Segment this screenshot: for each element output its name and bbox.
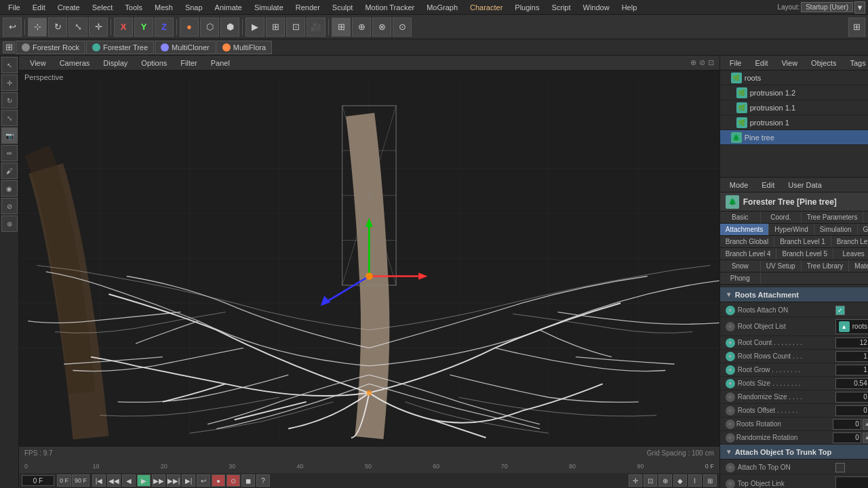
knife-tool[interactable]: ⊘: [1, 198, 18, 214]
attr-mgr-user-data[interactable]: User Data: [784, 180, 826, 190]
x-axis-button[interactable]: X: [114, 18, 133, 37]
randomize-size-input[interactable]: [835, 392, 868, 403]
menu-item-plugins[interactable]: Plugins: [509, 2, 545, 13]
tab-global-controls[interactable]: Global Controls: [858, 224, 868, 235]
viewport-canvas[interactable]: Perspective: [19, 70, 719, 446]
scale-left-tool[interactable]: ⤡: [1, 110, 18, 126]
attach-top-checkbox[interactable]: [835, 463, 845, 472]
scale-tool[interactable]: ⤡: [68, 18, 87, 37]
obj-tab-forester-rock[interactable]: Forester Rock: [16, 41, 85, 54]
menu-item-create[interactable]: Create: [52, 2, 85, 13]
root-count-input[interactable]: [835, 338, 868, 348]
pen-tool[interactable]: ✏: [1, 145, 18, 161]
tab-branch-level-1[interactable]: Branch Level 1: [774, 236, 831, 247]
roots-rotation-icon[interactable]: ○: [726, 420, 735, 429]
tl-prev-frame[interactable]: ◀: [122, 474, 136, 487]
menu-item-select[interactable]: Select: [87, 2, 119, 13]
tab-hyperwind[interactable]: HyperWind: [769, 224, 814, 235]
menu-item-character[interactable]: Character: [465, 2, 508, 13]
root-rows-count-input[interactable]: [835, 351, 868, 362]
roots-rotation-x-spin[interactable]: ▲: [863, 419, 868, 430]
menu-item-mograph[interactable]: MoGraph: [421, 2, 463, 13]
tab-branch-level-5[interactable]: Branch Level 5: [776, 248, 833, 260]
tl-key-mode[interactable]: ◆: [673, 474, 687, 487]
obj-mgr-view[interactable]: View: [777, 58, 802, 68]
camera-tool[interactable]: 📷: [1, 127, 18, 144]
menu-item-render[interactable]: Render: [290, 2, 326, 13]
move-tool[interactable]: ✛: [1, 75, 18, 91]
obj-mgr-objects[interactable]: Objects: [807, 58, 840, 68]
obj-row-protrusion-1[interactable]: 🌿 protrusion 1 ◈ ✓: [720, 115, 868, 130]
obj-tab-multiflora[interactable]: MultiFlora: [216, 41, 272, 54]
tl-play[interactable]: ▶: [137, 474, 151, 487]
top-object-field[interactable]: [835, 476, 868, 489]
render-preview[interactable]: ▶: [245, 18, 264, 37]
roots-attachment-section[interactable]: ▼ Roots Attachment: [720, 287, 868, 302]
roots-rotation-x[interactable]: [833, 419, 861, 430]
obj-tabs-icon[interactable]: ⊞: [3, 41, 15, 54]
obj-row-protrusion-1-2[interactable]: 🌿 protrusion 1.2 ◈ ✓: [720, 85, 868, 100]
display-menu[interactable]: Display: [98, 58, 133, 68]
select-move-tool[interactable]: ⊹: [28, 18, 47, 37]
obj-row-protrusion-1-1[interactable]: 🌿 protrusion 1.1 ◈ ✓: [720, 100, 868, 115]
obj-mgr-tags[interactable]: Tags: [846, 58, 868, 68]
tl-rotate-tool-small[interactable]: ⊡: [644, 474, 657, 487]
attach-trunk-section[interactable]: ▼ Attach Object To Trunk Top: [720, 445, 868, 460]
render-settings[interactable]: 🎥: [307, 18, 326, 37]
root-object-list-icon[interactable]: ○: [726, 322, 735, 331]
randomize-rotation-x-spin[interactable]: ▲: [863, 432, 868, 443]
root-rows-count-icon[interactable]: ●: [726, 352, 735, 361]
panel-menu[interactable]: Panel: [205, 58, 235, 68]
attr-mgr-mode[interactable]: Mode: [726, 180, 753, 190]
roots-attach-on-icon[interactable]: ●: [726, 306, 735, 315]
transform-tool[interactable]: ✛: [89, 18, 108, 37]
tab-uv-setup[interactable]: UV Setup: [761, 260, 802, 272]
tab-branch-level-4[interactable]: Branch Level 4: [720, 248, 777, 260]
randomize-size-icon[interactable]: ○: [726, 392, 735, 402]
view-layout[interactable]: ⊞: [848, 18, 865, 37]
root-count-icon[interactable]: ●: [726, 338, 735, 348]
tab-simulation[interactable]: Simulation: [814, 224, 858, 235]
roots-attach-checkbox[interactable]: ✓: [835, 306, 845, 315]
render-region[interactable]: ⊞: [266, 18, 285, 37]
tl-record-stop[interactable]: ◼: [241, 474, 255, 487]
menu-item-mesh[interactable]: Mesh: [149, 2, 178, 13]
obj-tab-multicloner[interactable]: MultiCloner: [155, 41, 216, 54]
tl-move-tool-small[interactable]: ✛: [629, 474, 642, 487]
filter-menu[interactable]: Filter: [175, 58, 202, 68]
obj-row-pine-tree[interactable]: 🌲 Pine tree ◈ ✓: [720, 130, 868, 145]
tl-curves-btn[interactable]: ⌇: [688, 474, 702, 487]
tl-record-red[interactable]: ●: [212, 474, 225, 487]
tl-next-key[interactable]: ▶▶|: [167, 474, 180, 487]
root-grow-input[interactable]: [835, 365, 868, 375]
root-object-field[interactable]: ▲ roots: [835, 319, 868, 334]
tl-record-help[interactable]: ?: [256, 474, 270, 487]
tl-snap-tool-small[interactable]: ⊕: [658, 474, 672, 487]
z-axis-button[interactable]: Z: [155, 18, 174, 37]
tab-snow[interactable]: Snow: [720, 260, 761, 272]
select-tool[interactable]: ↖: [1, 57, 18, 73]
attach-top-on-icon[interactable]: ○: [726, 463, 735, 472]
tl-record-auto[interactable]: ⊙: [226, 474, 240, 487]
tab-tree-params[interactable]: Tree Parameters: [802, 211, 864, 223]
randomize-rotation-icon[interactable]: ○: [726, 433, 735, 443]
tl-loop[interactable]: ↩: [197, 474, 210, 487]
rotate-left-tool[interactable]: ↻: [1, 92, 18, 108]
tl-prev-key[interactable]: ◀◀: [107, 474, 121, 487]
undo-button[interactable]: ↩: [3, 18, 22, 37]
tl-last-frame[interactable]: ▶|: [182, 474, 195, 487]
obj-row-roots[interactable]: 🌿 roots ◈ ✓: [720, 70, 868, 85]
tl-first-frame[interactable]: |◀: [92, 474, 106, 487]
root-grow-icon[interactable]: ●: [726, 365, 735, 375]
snap-options[interactable]: ⊗: [372, 18, 391, 37]
menu-item-motion[interactable]: Motion Tracker: [359, 2, 420, 13]
tab-phong[interactable]: Phong: [720, 272, 761, 284]
layout-preset[interactable]: Startup (User): [801, 2, 853, 12]
view-menu[interactable]: View: [24, 58, 52, 68]
timeline-ruler[interactable]: 0 10 20 30 40 50 60 70 80 90 0 F: [19, 460, 719, 473]
tl-layout-btn[interactable]: ⊞: [703, 474, 717, 487]
roots-offset-icon[interactable]: ○: [726, 406, 735, 415]
layout-dropdown[interactable]: ▼: [854, 1, 865, 14]
cameras-menu[interactable]: Cameras: [54, 58, 96, 68]
tab-attachments[interactable]: Attachments: [720, 224, 770, 235]
